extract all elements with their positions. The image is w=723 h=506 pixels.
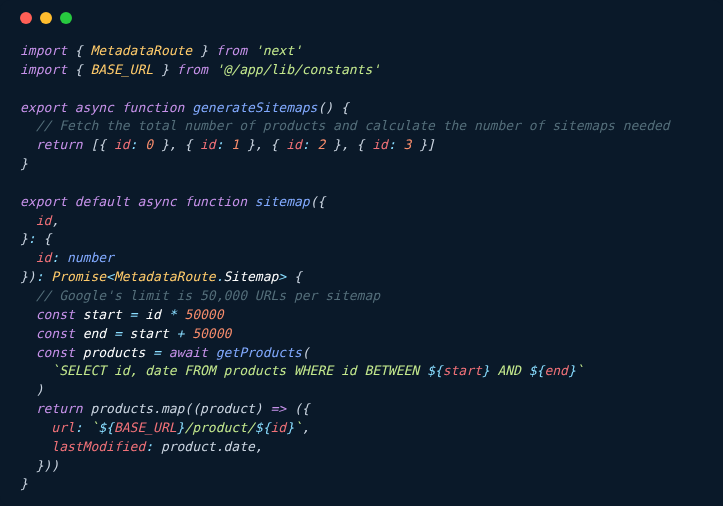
kw-import: import <box>20 43 67 58</box>
kw-async: async <box>75 100 114 115</box>
var-end: end <box>83 326 106 341</box>
kw-const: const <box>36 307 75 322</box>
type-sitemap: Sitemap <box>224 269 279 284</box>
type-promise: Promise <box>51 269 106 284</box>
comment: // Fetch the total number of products an… <box>36 118 670 133</box>
kw-export: export <box>20 194 67 209</box>
kw-function: function <box>122 100 185 115</box>
var-products: products <box>83 345 146 360</box>
fn-generate-sitemaps: generateSitemaps <box>192 100 317 115</box>
minimize-icon[interactable] <box>40 12 52 24</box>
sql-query: SELECT id, date FROM products WHERE id B… <box>59 363 427 378</box>
code-window: import { MetadataRoute } from 'next' imp… <box>0 0 723 506</box>
const-base-url: BASE_URL <box>114 420 177 435</box>
kw-function: function <box>184 194 247 209</box>
module-constants: '@/app/lib/constants' <box>216 62 380 77</box>
code-block: import { MetadataRoute } from 'next' imp… <box>20 42 703 494</box>
kw-return: return <box>36 401 83 416</box>
module-next: 'next' <box>255 43 302 58</box>
kw-const: const <box>36 326 75 341</box>
type-number: number <box>67 250 114 265</box>
close-icon[interactable] <box>20 12 32 24</box>
kw-return: return <box>36 137 83 152</box>
const-base-url: BASE_URL <box>90 62 153 77</box>
kw-import: import <box>20 62 67 77</box>
var-start: start <box>83 307 122 322</box>
kw-from: from <box>177 62 208 77</box>
kw-const: const <box>36 345 75 360</box>
kw-from: from <box>216 43 247 58</box>
comment: // Google's limit is 50,000 URLs per sit… <box>36 288 380 303</box>
type-metadataroute: MetadataRoute <box>114 269 216 284</box>
kw-async: async <box>137 194 176 209</box>
window-traffic-lights <box>20 12 703 24</box>
type-metadataroute: MetadataRoute <box>90 43 192 58</box>
kw-export: export <box>20 100 67 115</box>
kw-default: default <box>75 194 130 209</box>
fn-getproducts: getProducts <box>216 345 302 360</box>
maximize-icon[interactable] <box>60 12 72 24</box>
fn-sitemap: sitemap <box>255 194 310 209</box>
kw-await: await <box>169 345 208 360</box>
